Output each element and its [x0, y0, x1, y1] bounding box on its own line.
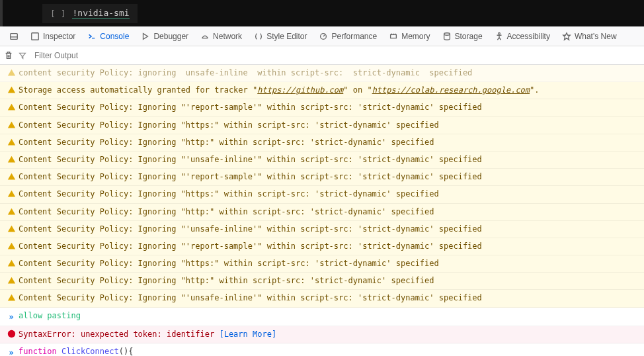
svg-rect-8: [391, 34, 397, 38]
warning-message: Content Security Policy: Ignoring "https…: [19, 257, 640, 270]
tab-label: Console: [100, 32, 129, 41]
tab-performance[interactable]: Performance: [313, 29, 382, 44]
warning-message: Content Security Policy: Ignoring "'repo…: [19, 101, 640, 114]
console-warning-row[interactable]: Content Security Policy: Ignoring "https…: [0, 255, 644, 273]
tab-label: Accessibility: [507, 32, 550, 41]
console-warning-row[interactable]: Content Security Policy: Ignoring "https…: [0, 117, 644, 134]
input-chevron-icon: »: [4, 345, 19, 356]
svg-point-17: [7, 330, 15, 337]
tracker-link[interactable]: https://github.com: [257, 85, 343, 95]
svg-marker-16: [20, 53, 26, 58]
warning-icon: [7, 85, 16, 94]
console-output[interactable]: content security Policy: ignoring unsafe…: [0, 65, 644, 356]
tab-console[interactable]: Console: [82, 29, 134, 44]
tab-label: What's New: [575, 32, 617, 41]
cell-prompt-brackets: [ ]: [50, 9, 65, 19]
warning-icon: [7, 189, 16, 198]
console-warning-row[interactable]: Content Security Policy: Ignoring "http:…: [0, 134, 644, 152]
tab-label: Storage: [455, 32, 483, 41]
tab-storage[interactable]: Storage: [437, 29, 488, 44]
console-warning-row[interactable]: Content Security Policy: Ignoring "http:…: [0, 273, 644, 290]
origin-link[interactable]: https://colab.research.google.com: [372, 85, 530, 95]
warning-icon: [7, 172, 16, 181]
cell-code-text: !nvidia-smi: [72, 8, 129, 19]
console-warning-row[interactable]: Content Security Policy: Ignoring "'unsa…: [0, 152, 644, 169]
inspector-icon: [30, 32, 40, 41]
console-warning-row[interactable]: Content Security Policy: Ignoring "'unsa…: [0, 290, 644, 307]
svg-rect-0: [11, 33, 18, 39]
devtools-toolbar: Inspector Console Debugger Network Style…: [0, 26, 644, 46]
accessibility-icon: [495, 32, 504, 41]
warning-icon: [7, 155, 16, 163]
warning-icon: [7, 293, 16, 302]
console-warning-row[interactable]: Content Security Policy: Ignoring "'repo…: [0, 238, 644, 255]
warning-icon: [7, 103, 16, 111]
tab-inspector[interactable]: Inspector: [25, 29, 81, 44]
warning-message: Content Security Policy: Ignoring "'unsa…: [19, 154, 640, 166]
page-top-code-area: [ ] !nvidia-smi: [0, 0, 644, 26]
svg-marker-4: [143, 33, 148, 39]
console-warning-row[interactable]: Storage access automatically granted for…: [0, 82, 644, 99]
console-input-row[interactable]: » function ClickConnect(){ console.log("…: [0, 343, 644, 356]
warning-message: Content Security Policy: Ignoring "https…: [19, 119, 640, 132]
input-chevron-icon: »: [4, 310, 19, 324]
console-warning-row[interactable]: Content Security Policy: Ignoring "http:…: [0, 204, 644, 221]
input-text: allow pasting: [19, 310, 640, 322]
warning-icon: [7, 138, 16, 146]
tab-memory[interactable]: Memory: [383, 29, 435, 44]
warning-message: Content Security Policy: Ignoring "'unsa…: [19, 292, 640, 304]
warning-message: Content Security Policy: Ignoring "'unsa…: [19, 223, 640, 236]
warning-message: Content Security Policy: Ignoring "http:…: [19, 275, 640, 287]
warning-icon: [7, 120, 16, 129]
warning-message: Storage access automatically granted for…: [19, 84, 640, 97]
tab-label: Network: [213, 32, 242, 41]
debugger-icon: [141, 32, 150, 41]
warning-icon: [7, 242, 16, 250]
console-filter-bar: [0, 46, 644, 65]
console-warning-row[interactable]: Content Security Policy: Ignoring "'repo…: [0, 169, 644, 186]
console-input-row[interactable]: » allow pasting: [0, 308, 644, 326]
filter-icon: [19, 52, 26, 60]
tab-debugger[interactable]: Debugger: [136, 29, 194, 44]
tab-label: Style Editor: [266, 32, 307, 41]
network-icon: [200, 32, 210, 41]
warning-icon: [7, 276, 16, 285]
dock-icon: [9, 32, 19, 41]
warning-icon: [7, 207, 16, 216]
tab-whats-new[interactable]: What's New: [557, 29, 622, 44]
warning-icon: [7, 68, 16, 77]
console-warning-row[interactable]: Content Security Policy: Ignoring "'unsa…: [0, 221, 644, 238]
tab-network[interactable]: Network: [195, 29, 247, 44]
input-code: function ClickConnect(){ console.log("Wo…: [19, 345, 640, 356]
error-message: SyntaxError: unexpected token: identifie…: [19, 328, 640, 341]
warning-icon: [7, 224, 16, 233]
whatsnew-icon: [562, 32, 571, 41]
console-error-row[interactable]: SyntaxError: unexpected token: identifie…: [0, 326, 644, 343]
warning-message: Content Security Policy: Ignoring "http:…: [19, 136, 640, 149]
learn-more-link[interactable]: [Learn More]: [219, 330, 276, 339]
tab-label: Inspector: [43, 32, 75, 41]
warning-message: Content Security Policy: Ignoring "http:…: [19, 206, 640, 218]
style-icon: [254, 32, 263, 41]
error-icon: [7, 330, 16, 338]
filter-output-input[interactable]: [32, 50, 640, 62]
notebook-code-cell[interactable]: [ ] !nvidia-smi: [42, 4, 138, 23]
memory-icon: [389, 32, 398, 41]
console-warning-row[interactable]: Content Security Policy: Ignoring "'repo…: [0, 99, 644, 116]
console-icon: [87, 32, 97, 41]
console-warning-row[interactable]: Content Security Policy: Ignoring "https…: [0, 186, 644, 203]
warning-message: Content Security Policy: Ignoring "'repo…: [19, 171, 640, 183]
performance-icon: [319, 32, 328, 41]
console-warning-row[interactable]: content security Policy: ignoring unsafe…: [0, 65, 644, 82]
warning-message: Content Security Policy: Ignoring "'repo…: [19, 240, 640, 253]
clear-console-icon[interactable]: [4, 51, 13, 60]
svg-rect-2: [32, 32, 39, 40]
svg-line-7: [323, 34, 325, 36]
svg-point-12: [444, 32, 450, 35]
tab-accessibility[interactable]: Accessibility: [489, 29, 555, 44]
dock-button[interactable]: [4, 29, 24, 44]
tab-style-editor[interactable]: Style Editor: [249, 29, 312, 44]
warning-message: content security Policy: ignoring unsafe…: [19, 67, 640, 79]
storage-icon: [442, 32, 452, 41]
tab-label: Performance: [331, 32, 377, 41]
